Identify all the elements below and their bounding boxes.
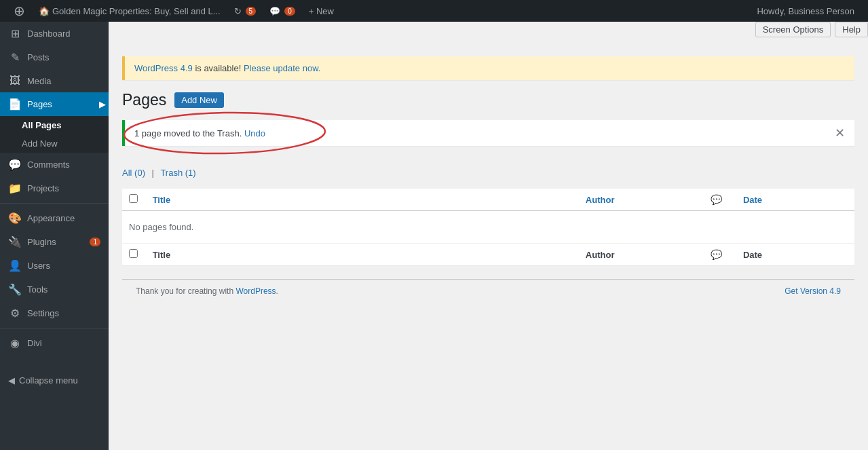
appearance-icon: 🎨 — [8, 212, 22, 225]
sidebar-item-posts[interactable]: ✎ Posts — [0, 45, 109, 69]
filter-trash-link[interactable]: Trash (1) — [160, 168, 195, 178]
select-all-checkbox[interactable] — [129, 194, 138, 203]
sidebar: ⊞ Dashboard ✎ Posts 🖼 Media 📄 Pages ▶ Al… — [0, 22, 109, 450]
projects-icon: 📁 — [8, 182, 22, 195]
footer-date[interactable]: Date — [736, 244, 854, 266]
sidebar-item-label: Pages — [27, 99, 52, 109]
wordpress-link[interactable]: WordPress — [235, 286, 276, 296]
page-header: Pages Add New — [122, 91, 854, 109]
media-icon: 🖼 — [8, 75, 22, 87]
divi-icon: ◉ — [8, 337, 22, 350]
sidebar-item-label: Appearance — [27, 213, 75, 223]
comments-footer-icon: 💬 — [711, 249, 722, 260]
footer-left-text: Thank you for creating with WordPress. — [136, 286, 278, 296]
updates-link[interactable]: ↻ 5 — [227, 0, 263, 22]
table-header-row: Title Author 💬 Date — [122, 189, 854, 211]
posts-icon: ✎ — [8, 51, 22, 64]
update-notice: WordPress 4.9 is available! Please updat… — [122, 56, 854, 80]
no-items-row: No pages found. — [122, 211, 854, 244]
sidebar-item-label: Tools — [27, 284, 48, 295]
wp-version-link[interactable]: WordPress 4.9 — [134, 63, 193, 73]
filter-all-link[interactable]: All (0) — [122, 168, 148, 178]
header-date[interactable]: Date — [736, 189, 854, 211]
sidebar-item-tools[interactable]: 🔧 Tools — [0, 278, 109, 301]
screen-options-button[interactable]: Screen Options — [755, 22, 831, 37]
pages-table: Title Author 💬 Date No pages found. — [122, 189, 854, 265]
undo-link[interactable]: Undo — [244, 128, 265, 138]
select-all-footer-checkbox[interactable] — [129, 249, 138, 258]
howdy-text: Howdy, Business Person — [750, 6, 861, 16]
comments-link[interactable]: 💬 0 — [263, 0, 302, 22]
main-content: WordPress 4.9 is available! Please updat… — [109, 43, 868, 450]
plugins-icon: 🔌 — [8, 236, 22, 248]
comments-icon: 💬 — [8, 158, 22, 171]
collapse-menu-button[interactable]: ◀ Collapse menu — [0, 369, 109, 392]
top-actions-bar: Screen Options Help — [109, 22, 868, 37]
sidebar-item-label: Settings — [27, 308, 59, 318]
site-name-link[interactable]: 🏠 Golden Magic Properties: Buy, Sell and… — [32, 0, 227, 22]
no-items-cell: No pages found. — [122, 211, 854, 244]
page-footer: Thank you for creating with WordPress. G… — [122, 279, 854, 303]
sidebar-item-projects[interactable]: 📁 Projects — [0, 176, 109, 200]
sidebar-item-pages[interactable]: 📄 Pages ▶ — [0, 92, 109, 116]
trash-notice: 1 page moved to the Trash. Undo ✕ — [122, 120, 854, 146]
footer-checkbox-cell — [122, 244, 146, 266]
sidebar-item-comments[interactable]: 💬 Comments — [0, 153, 109, 176]
sidebar-item-label: Users — [27, 261, 50, 271]
sidebar-item-users[interactable]: 👤 Users — [0, 254, 109, 278]
sidebar-item-divi[interactable]: ◉ Divi — [0, 331, 109, 355]
footer-title[interactable]: Title — [146, 244, 579, 266]
plugins-badge: 1 — [90, 238, 100, 246]
sidebar-subitem-all-pages[interactable]: All Pages — [0, 116, 109, 134]
sidebar-item-label: Plugins — [27, 237, 56, 247]
comments-header-icon: 💬 — [711, 194, 722, 205]
sidebar-subitem-add-new[interactable]: Add New — [0, 134, 109, 153]
footer-author: Author — [579, 244, 697, 266]
sidebar-item-media[interactable]: 🖼 Media — [0, 69, 109, 92]
header-author: Author — [579, 189, 697, 211]
tools-icon: 🔧 — [8, 283, 22, 296]
header-checkbox-cell — [122, 189, 146, 211]
sidebar-item-label: Posts — [27, 52, 50, 62]
sidebar-item-label: Comments — [27, 160, 70, 170]
add-new-button[interactable]: Add New — [174, 92, 224, 108]
notice-text: 1 page moved to the Trash. Undo — [134, 128, 265, 138]
get-version-link[interactable]: Get Version 4.9 — [785, 286, 841, 296]
sidebar-item-label: Dashboard — [27, 29, 71, 39]
settings-icon: ⚙ — [8, 307, 22, 320]
help-button[interactable]: Help — [835, 22, 868, 37]
pages-icon: 📄 — [8, 98, 22, 111]
sidebar-item-label: Media — [27, 76, 51, 86]
wp-logo[interactable]: ⊕ — [7, 0, 32, 22]
new-content-link[interactable]: + New — [302, 0, 341, 22]
sidebar-item-settings[interactable]: ⚙ Settings — [0, 301, 109, 325]
dashboard-icon: ⊞ — [8, 27, 22, 40]
sidebar-arrow: ▶ — [96, 92, 109, 116]
sidebar-item-label: Projects — [27, 183, 59, 193]
header-title[interactable]: Title — [146, 189, 579, 211]
update-now-link[interactable]: Please update now. — [244, 63, 320, 73]
sidebar-item-plugins[interactable]: 🔌 Plugins 1 — [0, 230, 109, 254]
table-footer-row: Title Author 💬 Date — [122, 244, 854, 266]
pages-submenu: All Pages Add New — [0, 116, 109, 153]
sidebar-item-label: Divi — [27, 338, 42, 348]
footer-comments: 💬 — [697, 244, 736, 266]
sidebar-item-appearance[interactable]: 🎨 Appearance — [0, 206, 109, 230]
sidebar-item-dashboard[interactable]: ⊞ Dashboard — [0, 22, 109, 45]
admin-bar: ⊕ 🏠 Golden Magic Properties: Buy, Sell a… — [0, 0, 868, 22]
dismiss-notice-button[interactable]: ✕ — [835, 127, 845, 139]
users-icon: 👤 — [8, 259, 22, 272]
filter-links: All (0) | Trash (1) — [122, 168, 854, 178]
filter-separator: | — [152, 168, 154, 178]
page-title: Pages — [122, 91, 166, 109]
collapse-icon: ◀ — [8, 375, 15, 386]
header-comments: 💬 — [697, 189, 736, 211]
